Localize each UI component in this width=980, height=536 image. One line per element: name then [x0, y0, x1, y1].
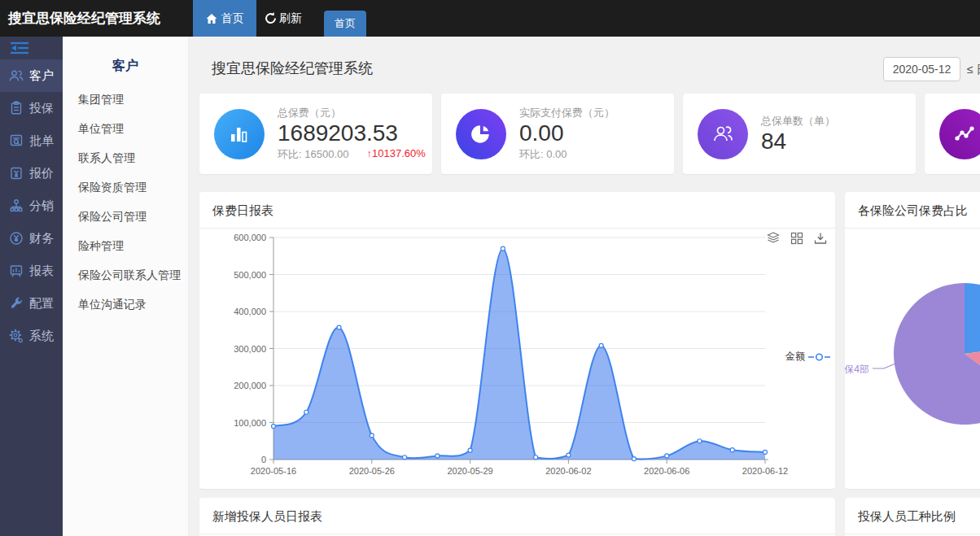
- svg-text:保4部: 保4部: [845, 364, 869, 375]
- refresh-label: 刷新: [279, 11, 302, 26]
- gear-icon: [9, 329, 24, 343]
- sidebar-item-label: 系统: [29, 329, 54, 344]
- refresh-button[interactable]: 刷新: [264, 0, 302, 37]
- stat-value: 1689203.53: [278, 120, 426, 146]
- sidebar-item-label: 批单: [29, 133, 54, 149]
- submenu-item-communication-log[interactable]: 单位沟通记录: [63, 290, 188, 319]
- submenu-item-unit-mgmt[interactable]: 单位管理: [63, 114, 188, 143]
- collapse-menu-icon: [9, 41, 30, 55]
- svg-text:2020-05-16: 2020-05-16: [251, 466, 296, 476]
- legend-amount[interactable]: 金额: [785, 350, 830, 364]
- date-filter-suffix: ≤ 日: [967, 63, 980, 77]
- sidebar-item-config[interactable]: 配置: [0, 287, 63, 320]
- sidebar-item-system[interactable]: 系统: [0, 320, 63, 352]
- doc-search-icon: [9, 133, 24, 148]
- sidebar-item-label: 分销: [29, 198, 54, 214]
- svg-text:200,000: 200,000: [234, 381, 266, 390]
- panel-title: 保费日报表: [199, 192, 835, 229]
- report-board-icon: [9, 264, 24, 278]
- date-filter-input[interactable]: 2020-05-12: [883, 57, 960, 81]
- sidebar-item-distribution[interactable]: 分销: [0, 190, 63, 222]
- panel-company-premium-share: 各保险公司保费占比 保4部: [845, 192, 980, 489]
- svg-text:0: 0: [261, 455, 266, 464]
- panel-title: 投保人员工种比例: [845, 498, 980, 534]
- tab-home[interactable]: 首页: [324, 11, 366, 37]
- sidebar-item-finance[interactable]: 财务: [0, 222, 63, 255]
- clipboard-icon: [9, 101, 24, 115]
- stat-ratio: 环比: 0.00: [519, 147, 567, 162]
- sidebar-item-label: 报表: [29, 264, 54, 279]
- sidebar-item-label: 报价: [29, 166, 54, 181]
- svg-text:400,000: 400,000: [234, 307, 266, 316]
- sidebar-item-report[interactable]: 报表: [0, 255, 63, 287]
- top-bar: 搜宜思保险经纪管理系统 首页 刷新 首页: [0, 0, 980, 37]
- sidebar-item-customer[interactable]: 客户: [0, 59, 63, 92]
- submenu-list: 集团管理 单位管理 联系人管理 保险资质管理 保险公司管理 险种管理 保险公司联…: [63, 85, 188, 319]
- panel-title: 各保险公司保费占比: [845, 192, 980, 229]
- primary-sidebar: 客户 投保 批单 报价 分销 财务 报表: [0, 37, 63, 536]
- panel-insured-job-ratio: 投保人员工种比例: [845, 498, 980, 536]
- yuan-circle-icon: [9, 231, 24, 246]
- stat-value: 84: [761, 129, 835, 154]
- trend-icon: [939, 109, 980, 159]
- sidebar-item-endorsement[interactable]: 批单: [0, 124, 63, 157]
- stat-delta: ↑10137.60%: [366, 147, 425, 162]
- svg-text:2020-06-12: 2020-06-12: [742, 466, 788, 476]
- stat-card-total-premium: 总保费（元） 1689203.53 环比: 16500.00 ↑10137.60…: [199, 94, 432, 174]
- stat-label: 总保费（元）: [278, 106, 426, 120]
- page-title: 搜宜思保险经纪管理系统: [212, 59, 373, 78]
- tab-home-label: 首页: [335, 16, 356, 31]
- svg-text:2020-06-02: 2020-06-02: [545, 466, 591, 476]
- stat-card-paid-premium: 实际支付保费（元） 0.00 环比: 0.00: [441, 94, 674, 174]
- sidebar-item-label: 财务: [29, 231, 54, 246]
- submenu-item-contact-mgmt[interactable]: 联系人管理: [63, 143, 188, 172]
- network-icon: [9, 198, 24, 213]
- svg-text:2020-05-29: 2020-05-29: [447, 466, 492, 476]
- bar-chart-icon: [214, 109, 265, 159]
- pie-chart-icon: [456, 109, 506, 159]
- stat-value: 0.00: [519, 120, 615, 146]
- panel-new-insured-daily-report: 新增投保人员日报表: [199, 498, 835, 536]
- legend-label: 金额: [785, 350, 805, 364]
- wrench-icon: [9, 296, 24, 311]
- submenu-item-insurer-mgmt[interactable]: 保险公司管理: [63, 202, 188, 231]
- svg-text:2020-06-06: 2020-06-06: [644, 466, 689, 476]
- svg-text:500,000: 500,000: [234, 270, 266, 280]
- submenu-item-group-mgmt[interactable]: 集团管理: [63, 85, 188, 114]
- app-title: 搜宜思保险经纪管理系统: [8, 0, 160, 37]
- sidebar-collapse-button[interactable]: [0, 37, 63, 59]
- submenu-item-insurance-type-mgmt[interactable]: 险种管理: [63, 231, 188, 260]
- submenu-item-qualification-mgmt[interactable]: 保险资质管理: [63, 172, 188, 202]
- stat-card-clipped: [925, 94, 980, 174]
- svg-text:100,000: 100,000: [234, 418, 266, 428]
- svg-text:2020-05-26: 2020-05-26: [349, 466, 395, 476]
- stat-label: 总保单数（单）: [761, 114, 835, 129]
- submenu-header: 客户: [63, 58, 188, 75]
- submenu-item-insurer-contact-mgmt[interactable]: 保险公司联系人管理: [63, 260, 188, 290]
- secondary-sidebar: 客户 集团管理 单位管理 联系人管理 保险资质管理 保险公司管理 险种管理 保险…: [63, 37, 189, 536]
- stat-label: 实际支付保费（元）: [519, 106, 615, 120]
- home-nav-button[interactable]: 首页: [193, 0, 256, 37]
- users-icon: [9, 68, 24, 83]
- sidebar-item-label: 配置: [29, 296, 54, 312]
- refresh-icon: [264, 11, 278, 25]
- stat-card-policy-count: 总保单数（单） 84: [683, 94, 916, 174]
- svg-text:600,000: 600,000: [234, 233, 266, 242]
- stat-ratio: 环比: 16500.00: [278, 147, 348, 162]
- sidebar-item-quote[interactable]: 报价: [0, 157, 63, 190]
- home-nav-label: 首页: [221, 11, 244, 26]
- people-icon: [698, 109, 748, 159]
- svg-text:300,000: 300,000: [234, 344, 266, 354]
- panel-title: 新增投保人员日报表: [199, 498, 835, 534]
- daily-premium-chart: 0100,000200,000300,000400,000500,000600,…: [199, 232, 835, 476]
- panel-daily-premium-report: 保费日报表 0100,000200,000300,000400,000500,0…: [199, 192, 835, 489]
- sidebar-item-insure[interactable]: 投保: [0, 92, 63, 124]
- home-icon: [206, 13, 217, 24]
- price-tag-icon: [9, 166, 24, 181]
- sidebar-item-label: 投保: [29, 101, 54, 116]
- company-share-pie-chart: 保4部: [845, 229, 980, 489]
- line-series-legend-icon: [808, 352, 830, 362]
- sidebar-item-label: 客户: [29, 68, 54, 84]
